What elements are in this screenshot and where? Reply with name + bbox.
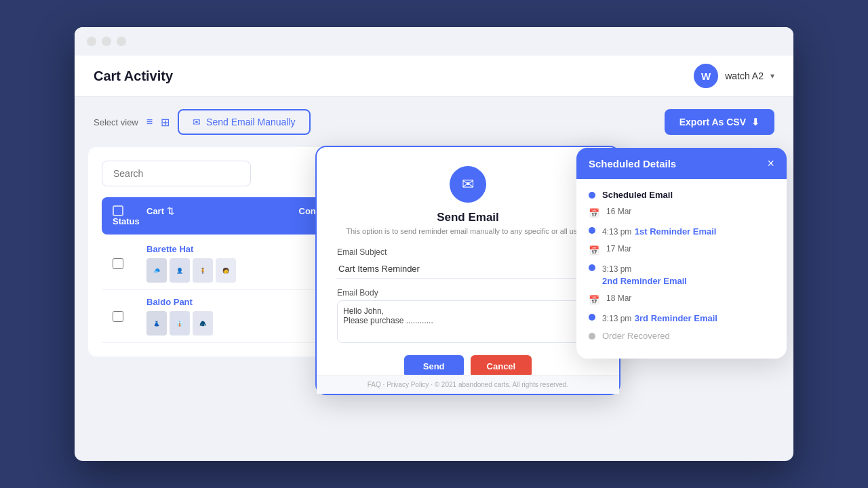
email-body-wrap: Hello John, Please purchase ............… xyxy=(337,300,599,343)
chevron-down-icon[interactable]: ▾ xyxy=(770,71,774,81)
title-bar xyxy=(75,27,793,56)
item-img-2b: 👔 xyxy=(170,311,190,336)
scheduled-item-date-2: 📅 17 Mar xyxy=(589,244,774,256)
panel-body: Scheduled Email 📅 16 Mar 4:13 pm 1st Rem… xyxy=(576,179,787,359)
dot-blue-4 xyxy=(589,314,595,321)
order-recovered-label: Order Recovered xyxy=(602,331,670,341)
subject-label: Email Subject xyxy=(337,247,599,257)
header-right: W watch A2 ▾ xyxy=(694,64,774,88)
traffic-light-2[interactable] xyxy=(102,37,111,46)
mail-icon: ✉ xyxy=(462,176,474,193)
reminder-2-detail: 3:13 pm2nd Reminder Email xyxy=(602,262,687,287)
item-img-1c: 🧍 xyxy=(193,258,213,283)
dot-blue-1 xyxy=(589,192,595,199)
scheduled-email-label: Scheduled Email xyxy=(602,190,673,200)
avatar: W xyxy=(694,64,718,88)
item-images-1: 🧢 👤 🧍 🧑 xyxy=(146,258,299,283)
traffic-light-1[interactable] xyxy=(87,37,96,46)
scheduled-item-date-3: 📅 18 Mar xyxy=(589,293,774,305)
item-img-1d: 🧑 xyxy=(216,258,236,283)
item-images-2: 👗 👔 🧥 xyxy=(146,311,299,336)
dot-blue-3 xyxy=(589,264,595,271)
traffic-light-3[interactable] xyxy=(117,37,126,46)
body-line1: Hello John, xyxy=(343,306,384,316)
toolbar-left: Select view ≡ ⊞ ✉ Send Email Manually xyxy=(94,109,311,135)
body-label: Email Body xyxy=(337,288,599,298)
calendar-icon-3: 📅 xyxy=(589,295,599,305)
panel-header: Scheduled Details × xyxy=(576,148,787,179)
close-icon[interactable]: × xyxy=(767,157,774,169)
scheduled-item-email: Scheduled Email xyxy=(589,190,774,200)
dot-blue-2 xyxy=(589,227,595,234)
dot-gray xyxy=(589,333,595,340)
modal-subtitle: This option is to send reminder email ma… xyxy=(337,227,599,235)
list-view-icon[interactable]: ≡ xyxy=(146,116,153,128)
col-status-label: Status xyxy=(113,216,140,226)
send-email-modal: ✉ Send Email This option is to send remi… xyxy=(315,146,620,395)
modal-title: Send Email xyxy=(337,211,599,224)
row-item-name-2[interactable]: Baldo Pant xyxy=(146,297,299,307)
date-18-mar: 18 Mar xyxy=(606,293,631,303)
col-cart[interactable]: Cart ⇅ xyxy=(146,205,299,216)
toolbar: Select view ≡ ⊞ ✉ Send Email Manually Ex… xyxy=(75,97,793,147)
reminder-3-detail: 3:13 pm 3rd Reminder Email xyxy=(602,312,717,324)
date-16-mar: 16 Mar xyxy=(606,207,631,216)
col-status: Status xyxy=(113,216,146,226)
item-img-1a: 🧢 xyxy=(146,258,167,283)
app-window: Cart Activity W watch A2 ▾ Select view ≡… xyxy=(75,27,793,461)
calendar-icon-2: 📅 xyxy=(589,245,599,256)
item-img-2c: 🧥 xyxy=(193,311,213,336)
search-input[interactable] xyxy=(102,161,251,186)
account-name: watch A2 xyxy=(725,70,764,81)
send-email-modal-icon: ✉ xyxy=(450,166,486,203)
sort-cart-icon: ⇅ xyxy=(167,206,174,216)
export-csv-button[interactable]: Export As CSV ⬇ xyxy=(665,109,774,135)
body-line2: Please purchase ............ xyxy=(343,316,433,325)
reminder-1-detail: 4:13 pm 1st Reminder Email xyxy=(602,225,716,237)
scheduled-details-panel: Scheduled Details × Scheduled Email 📅 16… xyxy=(576,148,787,359)
email-subject-input[interactable] xyxy=(337,260,599,279)
send-email-manually-button[interactable]: ✉ Send Email Manually xyxy=(178,109,311,135)
date-17-mar: 17 Mar xyxy=(606,244,631,253)
footer-bar: FAQ · Privacy Policy · © 2021 abandoned … xyxy=(317,375,619,394)
panel-title: Scheduled Details xyxy=(589,158,676,169)
modal-icon-wrap: ✉ xyxy=(337,166,599,203)
scheduled-item-reminder-3: 3:13 pm 3rd Reminder Email xyxy=(589,312,774,324)
mail-icon: ✉ xyxy=(193,117,201,127)
download-icon: ⬇ xyxy=(751,117,760,127)
scheduled-item-reminder-1: 4:13 pm 1st Reminder Email xyxy=(589,225,774,237)
header: Cart Activity W watch A2 ▾ xyxy=(75,56,793,97)
row-checkbox-2[interactable] xyxy=(113,311,123,322)
send-email-manually-label: Send Email Manually xyxy=(206,117,296,127)
email-body-text[interactable]: Hello John, Please purchase ............ xyxy=(343,306,593,337)
page-title: Cart Activity xyxy=(94,68,173,84)
item-img-1b: 👤 xyxy=(170,258,190,283)
scheduled-item-date-1: 📅 16 Mar xyxy=(589,207,774,218)
export-csv-label: Export As CSV xyxy=(679,117,746,127)
grid-view-icon[interactable]: ⊞ xyxy=(161,116,170,129)
row-item-name-1[interactable]: Barette Hat xyxy=(146,244,299,254)
search-input-wrap xyxy=(102,161,251,186)
scheduled-item-order: Order Recovered xyxy=(589,331,774,341)
select-view-label: Select view xyxy=(94,117,138,127)
item-img-2a: 👗 xyxy=(146,311,167,336)
scheduled-item-reminder-2: 3:13 pm2nd Reminder Email xyxy=(589,262,774,287)
row-checkbox-1[interactable] xyxy=(113,258,123,269)
col-cart-label: Cart xyxy=(146,206,164,216)
header-checkbox-col xyxy=(113,205,146,216)
calendar-icon-1: 📅 xyxy=(589,208,599,218)
